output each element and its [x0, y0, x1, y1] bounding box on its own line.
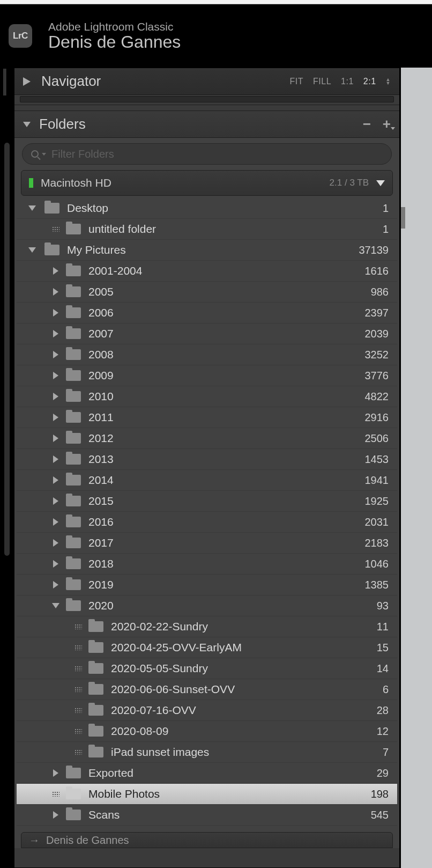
folder-icon [66, 391, 81, 402]
navigator-panel-header[interactable]: Navigator FIT FILL 1:1 2:1 ▲▼ [14, 68, 399, 95]
chevron-right-icon[interactable] [50, 518, 62, 526]
chevron-down-icon[interactable] [376, 180, 385, 186]
folder-count: 3252 [365, 349, 389, 361]
folder-row[interactable]: 20104822 [17, 386, 397, 407]
remove-folder-button[interactable]: − [363, 116, 371, 133]
volume-header[interactable]: Macintosh HD 2.1 / 3 TB [21, 170, 393, 196]
folder-row[interactable]: 2020-08-0912 [17, 721, 397, 742]
folder-icon [88, 621, 103, 632]
folder-row[interactable]: My Pictures37139 [17, 240, 397, 261]
panel-divider [14, 105, 399, 111]
search-icon [31, 150, 39, 158]
chevron-right-icon[interactable] [50, 393, 62, 400]
folder-icon [66, 517, 81, 527]
chevron-right-icon[interactable] [50, 560, 62, 568]
folder-count: 15 [377, 642, 389, 654]
folders-panel-header[interactable]: Folders − + [14, 111, 399, 138]
folder-row[interactable]: 20191385 [17, 575, 397, 595]
folder-row[interactable]: 20181046 [17, 554, 397, 575]
folder-count: 1925 [365, 495, 389, 507]
folder-row[interactable]: 20151925 [17, 491, 397, 512]
folder-row[interactable]: 20122506 [17, 428, 397, 449]
folder-row[interactable]: 2001-20041616 [17, 261, 397, 282]
chevron-down-icon[interactable] [26, 205, 38, 211]
filter-folders-input[interactable]: Filter Folders [22, 143, 392, 165]
folder-row[interactable]: 20141941 [17, 470, 397, 491]
folder-row[interactable]: 20131453 [17, 449, 397, 470]
folder-icon [66, 454, 81, 465]
folder-count: 2183 [365, 537, 389, 549]
folder-icon [88, 726, 103, 737]
folder-row[interactable]: 2020-04-25-OVV-EarlyAM15 [17, 637, 397, 658]
folder-count: 12 [377, 725, 389, 738]
folder-count: 93 [377, 600, 389, 612]
chevron-right-icon[interactable] [50, 267, 62, 275]
volume-header[interactable]: → Denis de Gannes [21, 832, 393, 848]
chevron-right-icon[interactable] [50, 581, 62, 589]
chevron-right-icon[interactable] [50, 288, 62, 296]
chevron-right-icon[interactable] [50, 497, 62, 505]
folder-row[interactable]: 20083252 [17, 344, 397, 365]
zoom-fill[interactable]: FILL [313, 77, 331, 86]
folder-row[interactable]: 20062397 [17, 303, 397, 323]
chevron-right-icon[interactable] [50, 351, 62, 358]
folder-row[interactable]: untitled folder1 [17, 219, 397, 240]
folder-row[interactable]: Mobile Photos198 [17, 784, 397, 805]
zoom-stepper-icon[interactable]: ▲▼ [386, 78, 391, 85]
folder-icon [66, 412, 81, 423]
add-folder-button[interactable]: + [383, 116, 391, 133]
panel-collapse-handle[interactable] [401, 207, 405, 229]
chevron-right-icon[interactable] [50, 309, 62, 317]
folder-row[interactable]: 2020-02-22-Sundry11 [17, 616, 397, 637]
folder-row[interactable]: 20112916 [17, 407, 397, 428]
chevron-right-icon[interactable] [50, 455, 62, 463]
navigator-zoom-controls: FIT FILL 1:1 2:1 ▲▼ [290, 77, 391, 86]
chevron-right-icon[interactable] [50, 372, 62, 379]
folder-count: 28 [377, 704, 389, 717]
chevron-right-icon[interactable] [50, 414, 62, 421]
folder-row[interactable]: 202093 [17, 595, 397, 616]
scrollbar[interactable] [4, 143, 10, 556]
folder-name: 2007 [88, 327, 365, 340]
profile-name: Denis de Gannes [48, 32, 181, 52]
app-icon-text: LrC [13, 31, 28, 41]
folder-icon [66, 266, 81, 276]
folder-row[interactable]: 2005986 [17, 282, 397, 303]
folder-name: Exported [88, 767, 377, 779]
folder-row[interactable]: 20072039 [17, 323, 397, 344]
folder-count: 37139 [359, 244, 389, 256]
folder-name: 2006 [88, 306, 365, 319]
chevron-down-icon[interactable] [26, 247, 38, 253]
folder-row[interactable]: iPad sunset images7 [17, 742, 397, 763]
chevron-right-icon[interactable] [50, 330, 62, 337]
folder-count: 1941 [365, 474, 389, 487]
zoom-2-1[interactable]: 2:1 [363, 77, 376, 86]
folder-icon [66, 307, 81, 318]
leaf-dots-icon [72, 749, 84, 755]
panel-grip-icon[interactable] [3, 69, 6, 95]
folder-row[interactable]: 2020-05-05-Sundry14 [17, 658, 397, 679]
folder-row[interactable]: 20093776 [17, 365, 397, 386]
chevron-right-icon[interactable] [50, 539, 62, 547]
folder-row[interactable]: Desktop1 [17, 198, 397, 219]
folder-row[interactable]: 20162031 [17, 512, 397, 533]
chevron-right-icon[interactable] [50, 769, 62, 777]
zoom-1-1[interactable]: 1:1 [341, 77, 354, 86]
chevron-down-icon [42, 153, 46, 156]
folder-name: 2015 [88, 495, 365, 507]
folder-row[interactable]: Scans545 [17, 805, 397, 826]
folder-name: Scans [88, 808, 371, 821]
folder-row[interactable]: 2020-07-16-OVV28 [17, 700, 397, 721]
chevron-right-icon[interactable] [50, 811, 62, 819]
chevron-right-icon[interactable] [50, 435, 62, 442]
zoom-fit[interactable]: FIT [290, 77, 304, 86]
volume-status-icon [29, 178, 33, 188]
chevron-right-icon[interactable] [50, 476, 62, 484]
folder-icon [88, 684, 103, 695]
chevron-down-icon[interactable] [50, 603, 62, 608]
folder-row[interactable]: 2020-06-06-Sunset-OVV6 [17, 679, 397, 700]
folder-row[interactable]: Exported29 [17, 763, 397, 784]
folder-name: 2014 [88, 474, 365, 487]
folder-row[interactable]: 20172183 [17, 533, 397, 554]
folder-count: 14 [377, 663, 389, 675]
